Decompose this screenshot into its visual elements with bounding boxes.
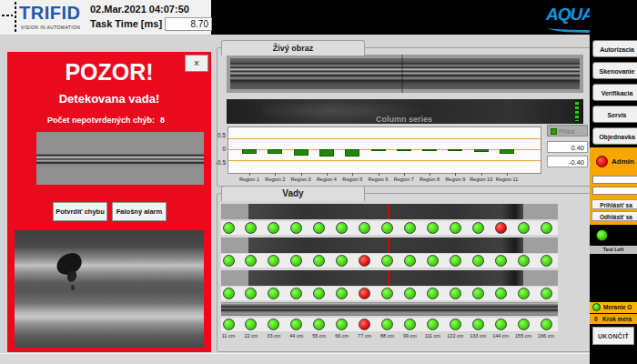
step-label: Krok mera bbox=[602, 316, 632, 322]
chart-title: Column series bbox=[217, 115, 591, 124]
task-time-value-field[interactable]: 8.70 bbox=[165, 17, 212, 31]
defect-led-green bbox=[381, 318, 393, 330]
defect-led-green bbox=[541, 288, 552, 299]
live-image-group: Column series 0.50-0.5Region 1Region 2Re… bbox=[217, 47, 592, 187]
defect-led-green bbox=[313, 288, 325, 299]
defect-led-green bbox=[450, 318, 461, 330]
defect-led-red bbox=[359, 255, 370, 267]
defect-led-green bbox=[313, 255, 325, 267]
scan-position-line bbox=[388, 238, 389, 253]
column-series-chart: 0.50-0.5Region 1Region 2Region 3Region 4… bbox=[228, 126, 541, 174]
sidebar-button-verifikacia[interactable]: Verifikacia bbox=[592, 84, 637, 101]
live-camera-strip-1 bbox=[227, 55, 583, 93]
sidebar-button-servis[interactable]: Servis bbox=[592, 106, 637, 123]
alert-panel: X POZOR! Detekovana vada! Počet nepotvrd… bbox=[7, 52, 211, 352]
defect-led-green bbox=[472, 288, 484, 299]
defect-led-red bbox=[359, 288, 370, 299]
unconfirmed-errors-label: Počet nepotvrdených chýb: bbox=[47, 116, 155, 125]
sidebar-button-objednavka[interactable]: Objednavka bbox=[592, 127, 637, 145]
task-time-label: Task Time [ms] bbox=[90, 18, 162, 29]
trifid-tagline: VISION IN AUTOMATION bbox=[21, 25, 80, 30]
test-status-led-icon bbox=[596, 229, 608, 241]
username-field[interactable] bbox=[592, 176, 637, 184]
camera-image bbox=[248, 204, 523, 219]
password-field[interactable] bbox=[592, 187, 637, 195]
defect-led-green bbox=[427, 255, 439, 267]
led-row bbox=[221, 254, 558, 268]
distance-label: 166 cm bbox=[532, 333, 560, 339]
chart-bar bbox=[242, 149, 257, 154]
defect-led-green bbox=[427, 318, 439, 330]
wire-stripes bbox=[36, 154, 204, 166]
admin-status-led-icon bbox=[596, 156, 608, 167]
login-button[interactable]: Prihlásiť sa bbox=[592, 199, 637, 209]
chart-bar bbox=[294, 149, 308, 156]
sidebar-button-skenovanie[interactable]: Skenovanie bbox=[592, 62, 637, 79]
defect-led-green bbox=[336, 222, 348, 234]
camera-image bbox=[230, 58, 580, 89]
datetime-display: 02.Mar.2021 04:07:50 bbox=[90, 4, 189, 15]
unconfirmed-errors-count: 8 bbox=[160, 116, 165, 125]
chart-legend: Philos bbox=[547, 125, 588, 136]
logout-button[interactable]: Odhlásiť sa bbox=[592, 211, 637, 221]
chart-bar bbox=[319, 149, 334, 157]
tab-live-image[interactable]: Živý obraz bbox=[221, 40, 365, 56]
legend-label: Philos bbox=[559, 128, 575, 135]
defect-led-green bbox=[381, 288, 393, 299]
trifid-logo: TRIFID bbox=[19, 3, 80, 24]
defect-led-green bbox=[223, 222, 235, 234]
defect-led-green bbox=[472, 318, 484, 330]
defect-led-green bbox=[336, 255, 348, 267]
defect-led-green bbox=[404, 288, 416, 299]
measurement-step-row[interactable]: 0 Krok mera bbox=[590, 314, 637, 324]
defect-led-green bbox=[268, 288, 279, 299]
x-axis-tick bbox=[379, 173, 379, 176]
exit-button[interactable]: UKONČIŤ bbox=[592, 327, 634, 345]
defect-led-green bbox=[472, 255, 484, 267]
confirm-error-button[interactable]: Potvrdiť chybu bbox=[53, 202, 107, 221]
defect-led-green bbox=[245, 255, 257, 267]
defect-led-green bbox=[290, 318, 302, 330]
led-row bbox=[221, 287, 558, 300]
sidebar: AutorizaciaSkenovanieVerifikaciaServisOb… bbox=[590, 0, 637, 364]
defect-led-green bbox=[518, 288, 530, 299]
defect-led-green bbox=[427, 222, 439, 234]
scan-position-line bbox=[388, 204, 389, 219]
upper-limit-field[interactable]: 0.40 bbox=[547, 141, 588, 153]
defect-led-green bbox=[223, 318, 235, 330]
alert-subtitle: Detekovana vada! bbox=[7, 92, 211, 106]
y-axis-tick-label: 0 bbox=[222, 146, 226, 152]
defect-led-green bbox=[404, 255, 416, 267]
defect-led-green bbox=[518, 318, 530, 330]
defect-led-green bbox=[336, 318, 348, 330]
scan-position-line bbox=[388, 270, 389, 286]
user-panel: Admin Prihlásiť sa Odhlásiť sa bbox=[590, 147, 637, 225]
trifid-logo-dots-icon bbox=[13, 1, 18, 33]
defect-camera-strip bbox=[221, 270, 558, 286]
x-axis-tick-label: Region 11 bbox=[489, 177, 525, 182]
defect-led-green bbox=[290, 288, 302, 299]
threshold-line bbox=[228, 138, 541, 139]
defect-led-green bbox=[450, 255, 461, 267]
chart-bar bbox=[500, 149, 514, 154]
defect-led-green bbox=[268, 318, 279, 330]
lower-limit-field[interactable]: -0.40 bbox=[547, 156, 588, 167]
sidebar-button-autorizacia[interactable]: Autorizacia bbox=[592, 40, 637, 57]
false-alarm-button[interactable]: Falošný alarm bbox=[112, 202, 167, 221]
tab-defects[interactable]: Vady bbox=[221, 186, 365, 201]
defect-led-green bbox=[518, 222, 530, 234]
defect-led-green bbox=[472, 222, 484, 234]
threshold-line bbox=[228, 160, 541, 161]
x-axis-tick bbox=[430, 173, 430, 176]
defect-led-green bbox=[290, 222, 302, 234]
defect-led-red bbox=[359, 318, 370, 330]
chart-bar bbox=[422, 149, 437, 151]
defect-led-green bbox=[518, 255, 530, 267]
legend-swatch-icon bbox=[551, 128, 557, 135]
measurement-led-icon bbox=[592, 303, 601, 311]
measurement-toggle[interactable]: Meranie O bbox=[590, 302, 637, 313]
defect-led-green bbox=[541, 255, 552, 267]
x-axis-tick bbox=[507, 173, 508, 176]
defect-led-green bbox=[245, 288, 257, 299]
y-axis-tick-label: 0.5 bbox=[217, 132, 226, 138]
